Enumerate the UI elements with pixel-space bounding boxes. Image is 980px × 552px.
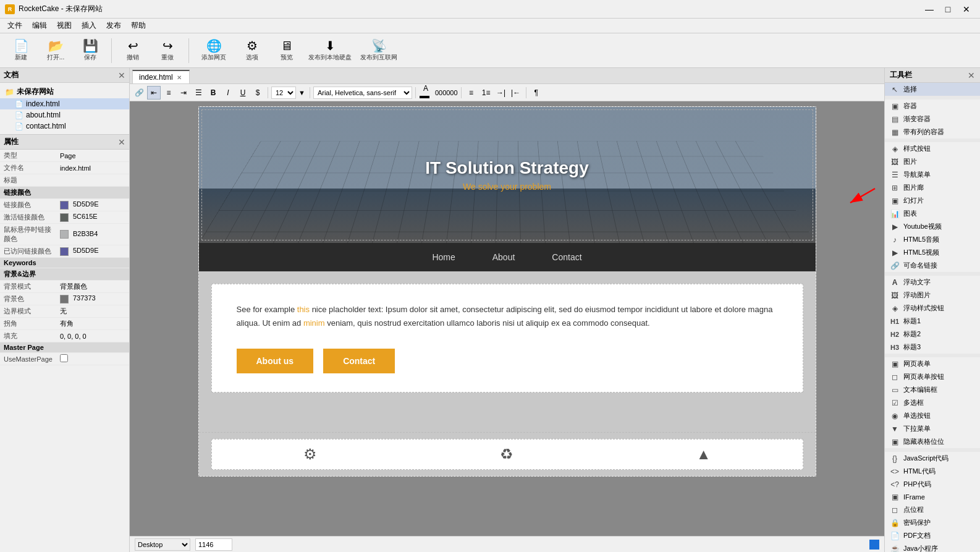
- toolbox-html5-video[interactable]: ▶ HTML5视频: [885, 246, 980, 259]
- fmt-align-center-btn[interactable]: ≡: [162, 86, 175, 100]
- view-mode-select[interactable]: Desktop: [135, 538, 190, 551]
- toolbox-h3[interactable]: H3 标题3: [885, 341, 980, 354]
- menu-view[interactable]: 视图: [52, 19, 77, 32]
- fmt-list-btn[interactable]: ≡: [465, 86, 478, 100]
- toolbox-image[interactable]: 🖼 图片: [885, 155, 980, 168]
- right-panel-close[interactable]: ✕: [968, 70, 975, 80]
- toolbox-textarea[interactable]: ▭ 文本编辑框: [885, 383, 980, 396]
- toolbox-password[interactable]: 🔒 密码保护: [885, 516, 980, 529]
- toolbox-columns-container[interactable]: ▦ 带有列的容器: [885, 125, 980, 138]
- new-button[interactable]: 📄 新建: [5, 35, 37, 66]
- toolbox-pdf[interactable]: 📄 PDF文档: [885, 529, 980, 542]
- toolbox-h1[interactable]: H1 标题1: [885, 315, 980, 328]
- maximize-button[interactable]: □: [939, 1, 957, 18]
- toolbox-gradient-container[interactable]: ▤ 渐变容器: [885, 113, 980, 125]
- toolbox-gallery[interactable]: ⊞ 图片廊: [885, 181, 980, 194]
- toolbox-dropdown[interactable]: ▼ 下拉菜单: [885, 422, 980, 435]
- minimize-button[interactable]: —: [921, 1, 938, 18]
- toolbox-h2[interactable]: H2 标题2: [885, 328, 980, 341]
- toolbox-anchor[interactable]: 🔗 可命名链接: [885, 259, 980, 272]
- java-icon: ☕: [890, 545, 900, 553]
- footer-icon-gear[interactable]: ⚙: [303, 446, 317, 463]
- preview-button[interactable]: 🖥 预览: [271, 35, 303, 66]
- font-size-select[interactable]: 12: [271, 87, 296, 99]
- file-tree-index[interactable]: 📄 index.html: [0, 98, 129, 109]
- gallery-icon: ⊞: [890, 184, 900, 192]
- toolbox-java[interactable]: ☕ Java小程序: [885, 542, 980, 552]
- fmt-align-justify-btn[interactable]: ☰: [192, 86, 205, 100]
- publish-local-button[interactable]: ⬇ 发布到本地硬盘: [305, 35, 355, 66]
- font-color-btn[interactable]: A: [419, 86, 433, 100]
- hero-title[interactable]: IT Solution Strategy: [425, 158, 588, 178]
- toolbox-float-btn[interactable]: ◈ 浮动样式按钮: [885, 302, 980, 315]
- file-panel-close[interactable]: ✕: [118, 70, 125, 80]
- file-tree-about[interactable]: 📄 about.html: [0, 109, 129, 121]
- menu-edit[interactable]: 编辑: [27, 19, 52, 32]
- toolbox-php-code[interactable]: <? PHP代码: [885, 478, 980, 491]
- toolbox-select-tool[interactable]: ↖ 选择: [885, 83, 980, 96]
- nav-home[interactable]: Home: [432, 252, 455, 262]
- toolbox-float-text[interactable]: A 浮动文字: [885, 276, 980, 289]
- fmt-para-btn[interactable]: ¶: [530, 86, 543, 100]
- fmt-indent-btn[interactable]: →|: [494, 86, 508, 100]
- undo-button[interactable]: ↩ 撤销: [117, 35, 149, 66]
- toolbox-js-code[interactable]: {} JavaScript代码: [885, 452, 980, 465]
- toolbox-form-label: 网页表单: [903, 359, 931, 368]
- toolbox-checkbox[interactable]: ☑ 多选框: [885, 396, 980, 409]
- canvas-scroll[interactable]: IT Solution Strategy We solve your probl…: [130, 101, 884, 536]
- add-page-button[interactable]: 🌐 添加网页: [194, 35, 234, 66]
- toolbox-float-image[interactable]: 🖼 浮动图片: [885, 289, 980, 302]
- options-button[interactable]: ⚙ 选项: [236, 35, 268, 66]
- save-button[interactable]: 💾 保存: [74, 35, 106, 66]
- toolbox-form-button[interactable]: ◻ 网页表单按钮: [885, 370, 980, 383]
- fmt-italic-btn[interactable]: I: [221, 86, 235, 100]
- nav-about[interactable]: About: [492, 252, 515, 262]
- menu-insert[interactable]: 插入: [77, 19, 101, 32]
- toolbox-youtube[interactable]: ▶ Youtube视频: [885, 220, 980, 233]
- toolbox-html5-audio[interactable]: ♪ HTML5音频: [885, 233, 980, 246]
- width-input[interactable]: [195, 538, 232, 551]
- fmt-link-btn[interactable]: 🔗: [132, 86, 146, 100]
- fmt-underline-btn[interactable]: U: [236, 86, 250, 100]
- use-master-checkbox[interactable]: [60, 354, 68, 362]
- nav-contact[interactable]: Contact: [552, 252, 581, 262]
- toolbox-hidden-field[interactable]: ▣ 隐藏表格位位: [885, 435, 980, 448]
- about-us-button[interactable]: About us: [237, 349, 314, 373]
- menu-publish[interactable]: 发布: [101, 19, 126, 32]
- toolbox-radio[interactable]: ◉ 单选按钮: [885, 409, 980, 422]
- fmt-outdent-btn[interactable]: |←: [509, 86, 523, 100]
- fmt-align-right-btn[interactable]: ⇥: [177, 86, 190, 100]
- toolbox-nav-menu[interactable]: ☰ 导航菜单: [885, 168, 980, 181]
- tab-index[interactable]: index.html ✕: [132, 70, 190, 83]
- toolbox-placeholder[interactable]: ◻ 点位程: [885, 503, 980, 516]
- fmt-ordered-list-btn[interactable]: 1≡: [479, 86, 493, 100]
- toolbox-chart[interactable]: 📊 图表: [885, 207, 980, 220]
- app-title: RocketCake - 未保存网站: [19, 4, 103, 14]
- toolbox-container[interactable]: ▣ 容器: [885, 100, 980, 113]
- redo-button[interactable]: ↪ 重做: [151, 35, 184, 66]
- toolbox-slideshow[interactable]: ▣ 幻灯片: [885, 194, 980, 207]
- bottom-right: [869, 540, 879, 550]
- close-button[interactable]: ✕: [958, 1, 975, 18]
- prop-visited-color-row: 激活链接颜色 5C615E: [0, 211, 129, 224]
- font-family-select[interactable]: Arial, Helvetica, sans-serif: [313, 87, 412, 99]
- fmt-bold-btn[interactable]: B: [206, 86, 220, 100]
- open-button[interactable]: 📂 打开...: [40, 35, 72, 66]
- fmt-align-left-btn[interactable]: ⇤: [147, 86, 161, 100]
- footer-icon-upload[interactable]: ▲: [696, 446, 711, 463]
- tab-index-close[interactable]: ✕: [177, 74, 182, 81]
- footer-icon-recycle[interactable]: ♻: [500, 446, 513, 463]
- toolbox-style-button[interactable]: ◈ 样式按钮: [885, 142, 980, 155]
- publish-web-button[interactable]: 📡 发布到互联网: [357, 35, 400, 66]
- toolbox-iframe[interactable]: ▣ IFrame: [885, 491, 980, 503]
- hero-subtitle-text: We solve your: [463, 182, 520, 192]
- menu-help[interactable]: 帮助: [126, 19, 151, 32]
- toolbox-html-code[interactable]: <> HTML代码: [885, 465, 980, 478]
- file-tree-project[interactable]: 📁 未保存网站: [0, 85, 129, 98]
- contact-button[interactable]: Contact: [323, 349, 395, 373]
- menu-file[interactable]: 文件: [2, 19, 27, 32]
- toolbox-form[interactable]: ▣ 网页表单: [885, 357, 980, 370]
- file-tree-contact[interactable]: 📄 contact.html: [0, 121, 129, 132]
- props-panel-close[interactable]: ✕: [118, 137, 125, 147]
- fmt-dollar-btn[interactable]: $: [251, 86, 264, 100]
